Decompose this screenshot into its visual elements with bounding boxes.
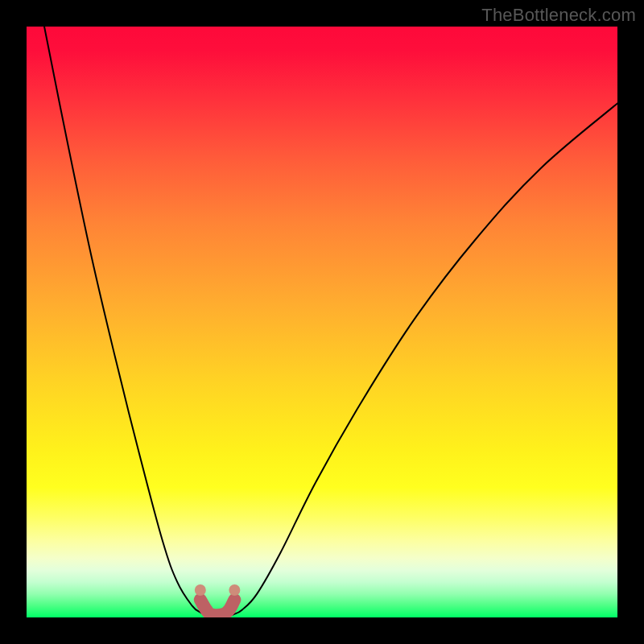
watermark-text: TheBottleneck.com [481, 5, 636, 26]
trough-markers [27, 27, 617, 617]
trough-tip-dot-1 [229, 584, 240, 596]
trough-tip-dot-0 [195, 584, 206, 596]
plot-area [27, 27, 617, 617]
trough-u-stroke [200, 600, 235, 615]
chart-frame: TheBottleneck.com [0, 0, 644, 644]
